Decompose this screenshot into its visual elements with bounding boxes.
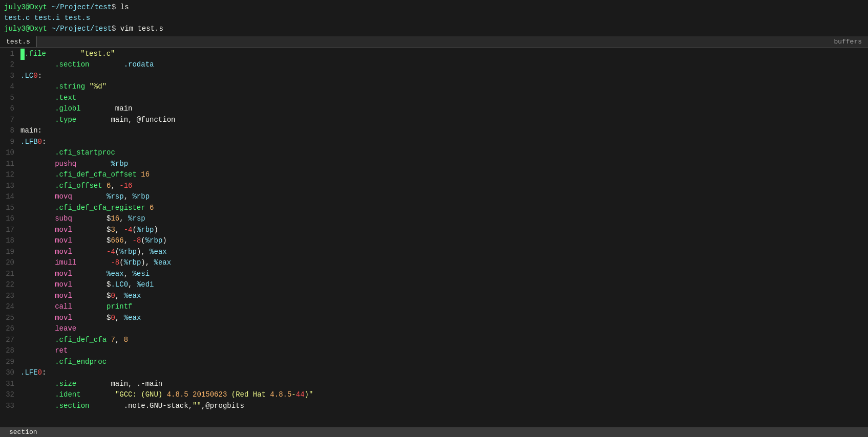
ln-19: 19 <box>0 247 14 258</box>
code-line-4: .string "%d" <box>20 82 868 93</box>
ln-27: 27 <box>0 335 14 346</box>
code-line-29: .cfi_endproc <box>20 357 868 368</box>
ln-4: 4 <box>0 82 14 93</box>
code-line-23: movl $0, %eax <box>20 291 868 302</box>
code-line-26: leave <box>20 324 868 335</box>
ln-12: 12 <box>0 170 14 181</box>
code-line-2: .section .rodata <box>20 60 868 71</box>
cmd-ls: ls <box>120 3 129 11</box>
ln-26: 26 <box>0 324 14 335</box>
code-line-6: .globl main <box>20 104 868 115</box>
code-line-12: .cfi_def_cfa_offset 16 <box>20 170 868 181</box>
code-line-11: pushq %rbp <box>20 159 868 170</box>
ln-17: 17 <box>0 225 14 236</box>
ln-3: 3 <box>0 71 14 82</box>
terminal-files: test.c test.i test.s <box>4 13 864 24</box>
ln-22: 22 <box>0 280 14 291</box>
ln-10: 10 <box>0 148 14 159</box>
ln-31: 31 <box>0 379 14 390</box>
code-line-32: .ident "GCC: (GNU) 4.8.5 20150623 (Red H… <box>20 390 868 401</box>
tab-bar: test.s buffers <box>0 36 868 48</box>
ln-8: 8 <box>0 126 14 137</box>
ln-6: 6 <box>0 104 14 115</box>
ln-7: 7 <box>0 115 14 126</box>
code-line-1: .file "test.c" <box>20 49 868 60</box>
code-line-30: .LFE0: <box>20 368 868 379</box>
ln-14: 14 <box>0 192 14 203</box>
code-line-33: .section .note.GNU-stack,"",@progbits <box>20 401 868 412</box>
ln-25: 25 <box>0 313 14 324</box>
ln-21: 21 <box>0 269 14 280</box>
code-line-27: .cfi_def_cfa 7, 8 <box>20 335 868 346</box>
code-line-22: movl $.LC0, %edi <box>20 280 868 291</box>
code-line-17: movl $3, -4(%rbp) <box>20 225 868 236</box>
code-line-25: movl $0, %eax <box>20 313 868 324</box>
code-line-13: .cfi_offset 6, -16 <box>20 181 868 192</box>
code-line-9: .LFB0: <box>20 137 868 148</box>
ln-16: 16 <box>0 214 14 225</box>
terminal-line-1: july3@Dxyt ~/Project/test$ ls <box>4 2 864 13</box>
code-line-15: .cfi_def_cfa_register 6 <box>20 203 868 214</box>
buffers-label: buffers <box>828 36 868 47</box>
ln-28: 28 <box>0 346 14 357</box>
prompt-user-3: july3@Dxyt <box>4 25 47 33</box>
ln-18: 18 <box>0 236 14 247</box>
code-area: .file "test.c" .section .rodata .LC0: .s… <box>18 48 868 412</box>
ln-23: 23 <box>0 291 14 302</box>
code-line-8: main: <box>20 126 868 137</box>
status-left: section <box>4 428 37 436</box>
code-line-14: movq %rsp, %rbp <box>20 192 868 203</box>
code-line-7: .type main, @function <box>20 115 868 126</box>
prompt-path-3: ~/Project/test <box>47 25 112 33</box>
status-bar: section <box>0 427 868 437</box>
terminal-line-3: july3@Dxyt ~/Project/test$ vim test.s <box>4 24 864 34</box>
tab-label: test.s <box>6 38 30 46</box>
code-line-28: ret <box>20 346 868 357</box>
ln-11: 11 <box>0 159 14 170</box>
ln-5: 5 <box>0 93 14 104</box>
ln-1: 1 <box>0 49 14 60</box>
ln-2: 2 <box>0 60 14 71</box>
ln-30: 30 <box>0 368 14 379</box>
ln-32: 32 <box>0 390 14 401</box>
code-line-16: subq $16, %rsp <box>20 214 868 225</box>
code-line-31: .size main, .-main <box>20 379 868 390</box>
prompt-path-1: ~/Project/test <box>47 3 112 11</box>
tab-test-s[interactable]: test.s <box>0 36 37 47</box>
terminal-bar: july3@Dxyt ~/Project/test$ ls test.c tes… <box>0 0 868 36</box>
code-line-10: .cfi_startproc <box>20 148 868 159</box>
ln-15: 15 <box>0 203 14 214</box>
code-line-21: movl %eax, %esi <box>20 269 868 280</box>
code-line-19: movl -4(%rbp), %eax <box>20 247 868 258</box>
ln-20: 20 <box>0 258 14 269</box>
code-line-24: call printf <box>20 302 868 313</box>
code-line-5: .text <box>20 93 868 104</box>
ln-29: 29 <box>0 357 14 368</box>
status-section: section <box>9 428 37 436</box>
ln-33: 33 <box>0 401 14 412</box>
line-numbers: 1 2 3 4 5 6 7 8 9 10 11 12 13 14 15 16 1… <box>0 48 18 412</box>
code-line-18: movl $666, -8(%rbp) <box>20 236 868 247</box>
ln-9: 9 <box>0 137 14 148</box>
code-line-20: imull -8(%rbp), %eax <box>20 258 868 269</box>
ln-24: 24 <box>0 302 14 313</box>
code-line-3: .LC0: <box>20 71 868 82</box>
ln-13: 13 <box>0 181 14 192</box>
prompt-user-1: july3@Dxyt <box>4 3 47 11</box>
editor: 1 2 3 4 5 6 7 8 9 10 11 12 13 14 15 16 1… <box>0 48 868 412</box>
cmd-vim: vim test.s <box>120 25 163 33</box>
